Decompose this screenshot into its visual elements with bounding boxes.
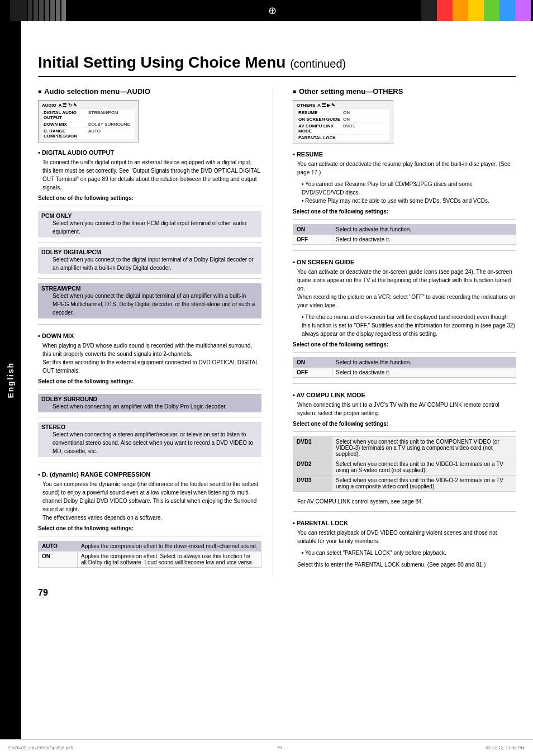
- resume-on-row: ON Select to activate this function.: [293, 225, 516, 235]
- d-range-body: You can compress the dynamic range (the …: [38, 480, 261, 522]
- top-bar-right: [421, 0, 533, 21]
- menu-row-digital: DIGITAL AUDIO OUTPUT STREAM/PCM: [42, 110, 135, 121]
- down-mix-title: DOWN MIX: [38, 332, 261, 339]
- color-block-3: [453, 0, 468, 21]
- onscreen-section: ON SCREEN GUIDE You can activate or deac…: [293, 259, 516, 384]
- d-range-select-label: Select one of the following settings:: [38, 525, 261, 531]
- audio-menu-box: AUDIO A ☰ ↻ ✎ DIGITAL AUDIO OUTPUT STREA…: [38, 100, 139, 142]
- others-menu-header: OTHERS A ☰ ▶ ✎: [297, 103, 389, 108]
- title-text: Initial Setting Using Choice Menu: [38, 54, 285, 71]
- color-block-8: [531, 0, 533, 21]
- parental-title: PARENTAL LOCK: [293, 520, 516, 526]
- resume-bullet-1: You cannot use Resume Play for all CD/MP…: [293, 180, 516, 197]
- color-block-4: [468, 0, 484, 21]
- d-range-table: AUTO Applies the compression effect to t…: [38, 541, 261, 568]
- avcompu-title: AV COMPU LINK MODE: [293, 392, 516, 398]
- main-content: Initial Setting Using Choice Menu (conti…: [21, 42, 533, 620]
- resume-body: You can activate or deactivate the resum…: [293, 160, 516, 177]
- page-number: 79: [38, 588, 516, 598]
- others-menu-box: OTHERS A ☰ ▶ ✎ RESUME ON ON SCREEN GUIDE…: [293, 100, 393, 144]
- on-row: ON Applies the compression effect. Selec…: [39, 551, 261, 568]
- color-blocks: [421, 0, 533, 21]
- resume-bullet-2: Resume Play may not be able to use with …: [293, 197, 516, 205]
- avcompu-select-label: Select one of the following settings:: [293, 421, 516, 427]
- parental-body: You can restrict playback of DVD VIDEO c…: [293, 529, 516, 545]
- avcompu-footer: For AV COMPU LINK control system, see pa…: [293, 497, 516, 506]
- parental-bullet-1: You can select "PARENTAL LOCK" only befo…: [293, 549, 516, 557]
- bottom-right-text: 03.12.12, 11:06 PM: [486, 745, 525, 750]
- sidebar-label: English: [6, 362, 15, 398]
- resume-section: RESUME You can activate or deactivate th…: [293, 151, 516, 251]
- onscreen-on-row: ON Select to activate this function.: [293, 358, 516, 368]
- color-block-7: [515, 0, 531, 21]
- dvd1-row: DVD1 Select when you connect this unit t…: [293, 437, 516, 459]
- menu-row-onscreen: ON SCREEN GUIDE ON: [297, 116, 389, 122]
- auto-row: AUTO Applies the compression effect to t…: [39, 541, 261, 551]
- top-bar-segments: [6, 0, 66, 21]
- dolby-surround-block: DOLBY SURROUND Select when connecting an…: [38, 394, 261, 412]
- stream-pcm-block: STREAM/PCM Select when you connect the d…: [38, 283, 261, 318]
- audio-section-header: Audio selection menu—AUDIO: [38, 87, 261, 96]
- digital-audio-output-section: DIGITAL AUDIO OUTPUT To connect the unit…: [38, 149, 261, 325]
- right-column: Other setting menu—OTHERS OTHERS A ☰ ▶ ✎…: [290, 87, 516, 577]
- page-title: Initial Setting Using Choice Menu (conti…: [38, 54, 516, 77]
- onscreen-bullet-1: The choice menu and on-screen bar will b…: [293, 313, 516, 338]
- parental-section: PARENTAL LOCK You can restrict playback …: [293, 520, 516, 569]
- d-range-title: D. (dynamic) RANGE COMPRESSION: [38, 471, 261, 478]
- onscreen-title: ON SCREEN GUIDE: [293, 259, 516, 265]
- digital-audio-title: DIGITAL AUDIO OUTPUT: [38, 149, 261, 156]
- color-block-1: [421, 0, 437, 21]
- audio-menu-header: AUDIO A ☰ ↻ ✎: [42, 103, 135, 108]
- menu-row-resume: RESUME ON: [297, 110, 389, 116]
- audio-header-text: Audio selection menu—AUDIO: [44, 87, 150, 96]
- d-range-section: D. (dynamic) RANGE COMPRESSION You can c…: [38, 471, 261, 568]
- avcompu-body: When connecting this unit to a JVC's TV …: [293, 401, 516, 417]
- compass-icon: ⊕: [268, 4, 277, 17]
- parental-footer: Select this to enter the PARENTAL LOCK s…: [293, 560, 516, 569]
- down-mix-section: DOWN MIX When playing a DVD whose audio …: [38, 332, 261, 463]
- menu-row-drange: D. RANGE COMPRESSION AUTO: [42, 128, 135, 139]
- left-column: Audio selection menu—AUDIO AUDIO A ☰ ↻ ✎…: [38, 87, 273, 577]
- onscreen-body: You can activate or deactivate the on-sc…: [293, 268, 516, 310]
- digital-audio-select-label: Select one of the following settings:: [38, 195, 261, 201]
- onscreen-table: ON Select to activate this function. OFF…: [293, 357, 516, 378]
- two-col-layout: Audio selection menu—AUDIO AUDIO A ☰ ↻ ✎…: [38, 87, 516, 577]
- color-block-2: [437, 0, 453, 21]
- dvd2-row: DVD2 Select when you connect this unit t…: [293, 459, 516, 476]
- top-bar-center: ⊕: [123, 0, 421, 21]
- resume-table: ON Select to activate this function. OFF…: [293, 224, 516, 245]
- bottom-center-text: 79: [277, 745, 282, 750]
- sidebar: English: [0, 21, 21, 739]
- onscreen-select-label: Select one of the following settings:: [293, 341, 516, 348]
- others-header-text: Other setting menu—OTHERS: [299, 87, 403, 96]
- down-mix-select-label: Select one of the following settings:: [38, 378, 261, 384]
- resume-off-row: OFF Select to deactivate it.: [293, 235, 516, 245]
- digital-audio-body: To connect the unit's digital output to …: [38, 158, 261, 192]
- stereo-block: STEREO Select when connecting a stereo a…: [38, 422, 261, 457]
- continued-text: (continued): [290, 58, 346, 70]
- color-block-5: [484, 0, 499, 21]
- pcm-only-block: PCM ONLY Select when you connect to the …: [38, 211, 261, 237]
- bottom-bar: EN76-82_UX-J99DVD(UB)5.p65 79 03.12.12, …: [0, 739, 533, 756]
- top-bar: ⊕: [0, 0, 533, 21]
- menu-row-downmix: DOWN MIX DOLBY SURROUND: [42, 121, 135, 127]
- avcompu-section: AV COMPU LINK MODE When connecting this …: [293, 392, 516, 512]
- dvd3-row: DVD3 Select when you connect this unit t…: [293, 476, 516, 492]
- avcompu-table: DVD1 Select when you connect this unit t…: [293, 436, 516, 492]
- top-bar-left: [0, 0, 123, 21]
- bottom-left-text: EN76-82_UX-J99DVD(UB)5.p65: [8, 745, 73, 750]
- menu-row-avcompu: AV COMPU LINK MODE DVD1: [297, 123, 389, 134]
- others-section-header: Other setting menu—OTHERS: [293, 87, 516, 96]
- resume-title: RESUME: [293, 151, 516, 158]
- down-mix-body: When playing a DVD whose audio sound is …: [38, 341, 261, 375]
- onscreen-off-row: OFF Select to deactivate it.: [293, 368, 516, 378]
- menu-row-parental: PARENTAL LOCK: [297, 135, 389, 141]
- color-block-6: [499, 0, 515, 21]
- dolby-digital-pcm-block: DOLBY DIGITAL/PCM Select when you connec…: [38, 247, 261, 274]
- resume-select-label: Select one of the following settings:: [293, 208, 516, 215]
